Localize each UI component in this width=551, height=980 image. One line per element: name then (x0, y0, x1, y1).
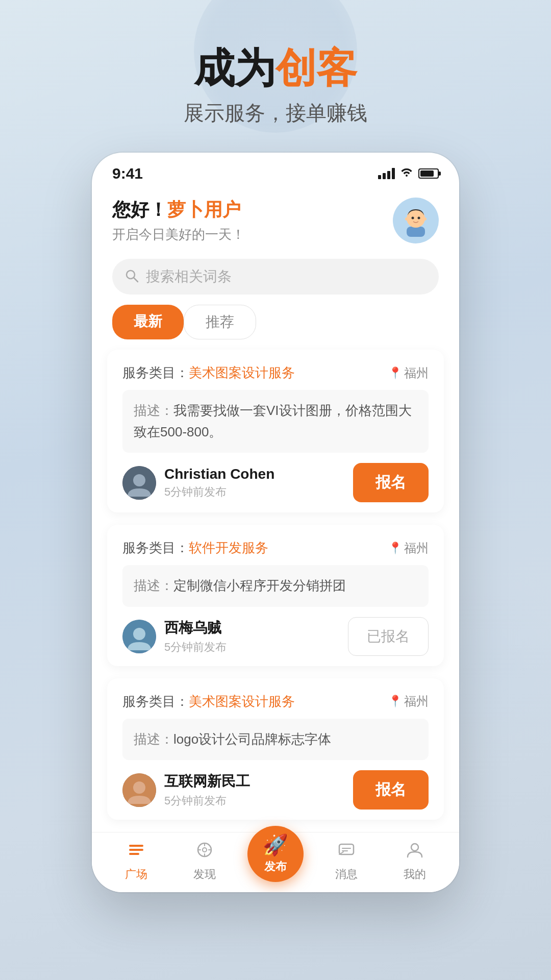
card-3-user-details: 互联网新民工 5分钟前发布 (164, 772, 250, 808)
card-2-category: 服务类目：软件开发服务 (122, 539, 268, 557)
location-pin-icon-3: 📍 (388, 695, 402, 708)
bottom-navigation: 广场 发现 🚀 发布 (92, 832, 459, 892)
service-card-2: 服务类目：软件开发服务 📍 福州 描述：定制微信小程序开发分销拼团 (107, 525, 444, 666)
card-3-description: 描述：logo设计公司品牌标志字体 (122, 719, 429, 761)
svg-point-3 (412, 217, 414, 219)
location-pin-icon: 📍 (388, 366, 402, 380)
nav-label-publish: 发布 (264, 859, 287, 874)
card-1-category: 服务类目：美术图案设计服务 (122, 364, 295, 382)
nav-label-profile: 我的 (404, 867, 426, 882)
card-2-user-info: 西梅乌贼 5分钟前发布 (122, 618, 227, 655)
app-header: 您好！萝卜用户 开启今日美好的一天！ (92, 187, 459, 249)
svg-line-8 (134, 278, 138, 282)
card-3-category: 服务类目：美术图案设计服务 (122, 693, 295, 710)
card-1-user-info: Christian Cohen 5分钟前发布 (122, 466, 274, 500)
card-2-location: 📍 福州 (388, 540, 429, 556)
card-2-user-avatar (122, 620, 156, 653)
service-card-3: 服务类目：美术图案设计服务 📍 福州 描述：logo设计公司品牌标志字体 (107, 678, 444, 820)
hero-subtitle: 展示服务，接单赚钱 (0, 99, 551, 127)
phone-mockup: 9:41 (92, 153, 459, 892)
svg-point-7 (127, 271, 135, 279)
signal-icon (378, 168, 395, 179)
content-list: 服务类目：美术图案设计服务 📍 福州 描述：我需要找做一套VI设计图册，价格范围… (92, 350, 459, 832)
location-pin-icon-2: 📍 (388, 542, 402, 555)
nav-item-square[interactable]: 广场 (111, 841, 162, 882)
svg-rect-15 (129, 845, 143, 847)
card-1-location: 📍 福州 (388, 365, 429, 381)
card-1-header: 服务类目：美术图案设计服务 📍 福州 (122, 364, 429, 382)
status-icons (378, 167, 439, 180)
rocket-icon: 🚀 (263, 833, 288, 857)
greeting-section: 您好！萝卜用户 开启今日美好的一天！ (112, 198, 245, 243)
square-icon (127, 841, 145, 864)
nav-label-message: 消息 (335, 867, 358, 882)
svg-point-6 (423, 217, 427, 220)
card-3-header: 服务类目：美术图案设计服务 📍 福州 (122, 693, 429, 710)
message-icon (337, 841, 356, 864)
nav-label-square: 广场 (125, 867, 147, 882)
nav-item-publish[interactable]: 🚀 发布 (247, 841, 304, 882)
profile-icon (406, 841, 424, 864)
svg-point-19 (203, 848, 207, 852)
svg-point-27 (411, 844, 418, 851)
nav-item-discover[interactable]: 发现 (179, 841, 230, 882)
nav-item-profile[interactable]: 我的 (389, 841, 440, 882)
svg-point-4 (418, 217, 420, 219)
discover-icon (195, 841, 214, 864)
card-1-register-button[interactable]: 报名 (353, 463, 429, 502)
tab-latest[interactable]: 最新 (112, 305, 184, 339)
svg-point-5 (405, 217, 408, 220)
service-card-1: 服务类目：美术图案设计服务 📍 福州 描述：我需要找做一套VI设计图册，价格范围… (107, 350, 444, 512)
card-3-register-button[interactable]: 报名 (353, 770, 429, 810)
svg-point-10 (133, 474, 145, 486)
card-1-footer: Christian Cohen 5分钟前发布 报名 (122, 463, 429, 502)
status-bar: 9:41 (92, 153, 459, 187)
search-placeholder-text: 搜索相关词条 (146, 267, 232, 286)
battery-icon (418, 168, 439, 179)
svg-point-12 (133, 628, 145, 640)
svg-rect-17 (129, 853, 139, 855)
wifi-icon (400, 167, 413, 180)
avatar[interactable] (393, 198, 439, 243)
card-3-location: 📍 福州 (388, 693, 429, 709)
svg-rect-16 (129, 849, 143, 851)
hero-title: 成为创客 (0, 46, 551, 91)
card-3-footer: 互联网新民工 5分钟前发布 报名 (122, 770, 429, 810)
card-3-user-avatar (122, 773, 156, 807)
card-1-user-avatar (122, 466, 156, 500)
hero-section: 成为创客 展示服务，接单赚钱 (0, 0, 551, 153)
search-bar[interactable]: 搜索相关词条 (112, 259, 439, 295)
publish-button[interactable]: 🚀 发布 (247, 826, 304, 882)
card-1-user-details: Christian Cohen 5分钟前发布 (164, 466, 274, 500)
card-2-description: 描述：定制微信小程序开发分销拼团 (122, 565, 429, 607)
card-2-register-button[interactable]: 已报名 (348, 617, 429, 656)
tab-recommended[interactable]: 推荐 (184, 305, 256, 339)
svg-point-14 (133, 781, 145, 794)
card-1-description: 描述：我需要找做一套VI设计图册，价格范围大致在500-800。 (122, 390, 429, 453)
svg-rect-1 (407, 227, 425, 237)
phone-screen: 9:41 (92, 153, 459, 892)
greeting-line1: 您好！萝卜用户 (112, 198, 245, 223)
tab-bar: 最新 推荐 (92, 305, 459, 350)
search-icon (124, 268, 139, 285)
status-time: 9:41 (112, 165, 143, 182)
card-2-user-details: 西梅乌贼 5分钟前发布 (164, 618, 227, 655)
card-2-header: 服务类目：软件开发服务 📍 福州 (122, 539, 429, 557)
card-2-footer: 西梅乌贼 5分钟前发布 已报名 (122, 617, 429, 656)
greeting-subtitle: 开启今日美好的一天！ (112, 226, 245, 243)
nav-label-discover: 发现 (193, 867, 216, 882)
nav-item-message[interactable]: 消息 (321, 841, 372, 882)
card-3-user-info: 互联网新民工 5分钟前发布 (122, 772, 250, 808)
